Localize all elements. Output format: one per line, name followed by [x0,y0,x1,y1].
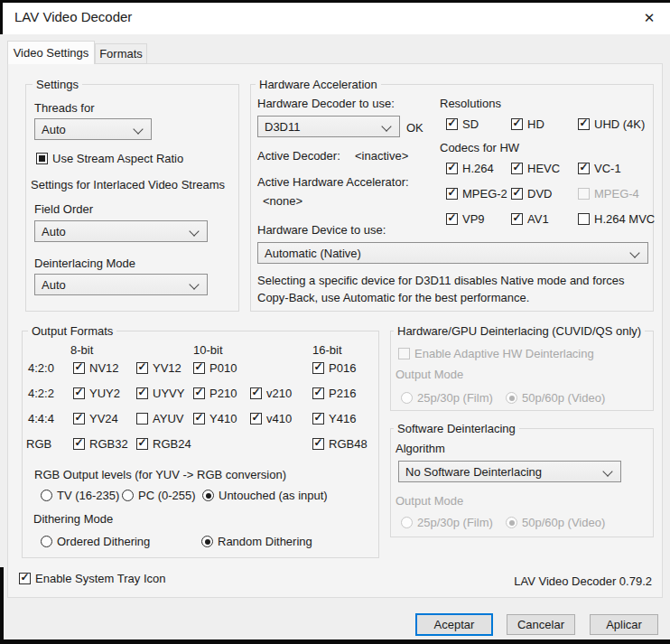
checkbox-icon [511,118,523,130]
active-decoder-value: <inactive> [355,149,408,163]
field-order-select[interactable]: Auto [34,220,208,242]
radio-random-dithering[interactable]: Random Dithering [201,535,312,548]
checkbox-icon [446,188,458,200]
tab-label: Formats [99,47,143,61]
radio-icon [202,490,214,501]
checkbox-icon [511,163,523,174]
checkbox-icon [136,362,148,374]
checkbox-p010[interactable]: P010 [193,361,237,375]
checkbox-uyvy[interactable]: UYVY [136,387,184,400]
checkbox-rgb32[interactable]: RGB32 [73,437,128,451]
version-text: LAV Video Decoder 0.79.2 [514,574,652,588]
dithering-mode-label: Dithering Mode [33,512,113,526]
checkbox-p210[interactable]: P210 [193,387,237,400]
hw-device-select[interactable]: Automatic (Native) [257,242,648,264]
checkbox-av1[interactable]: AV1 [511,212,549,226]
tab-formats[interactable]: Formats [95,43,147,64]
checkbox-p216[interactable]: P216 [312,387,356,400]
active-decoder-label: Active Decoder: [257,149,340,163]
algorithm-value: No Software Deinterlacing [405,465,542,479]
checkbox-label: RGB32 [89,437,128,451]
checkbox-uhd-4k[interactable]: UHD (4K) [578,117,645,131]
radio-label: PC (0-255) [138,489,196,502]
apply-button[interactable]: Aplicar [590,614,658,635]
checkbox-vc1[interactable]: VC-1 [578,162,621,175]
checkbox-yuy2[interactable]: YUY2 [73,387,120,400]
checkbox-mpeg2[interactable]: MPEG-2 [446,187,507,201]
threads-for-select[interactable]: Auto [34,118,152,140]
checkbox-label: VC-1 [594,162,621,175]
tab-video-settings[interactable]: Video Settings [7,41,95,64]
checkbox-sd[interactable]: SD [446,117,479,131]
checkbox-adaptive-hw-deint: Enable Adaptive HW Deinterlacing [398,347,594,360]
checkbox-rgb24[interactable]: RGB24 [136,437,191,451]
checkbox-v210[interactable]: v210 [250,387,292,400]
checkbox-icon [73,387,85,399]
checkbox-y410[interactable]: Y410 [193,412,237,425]
checkbox-yv24[interactable]: YV24 [73,412,118,425]
checkbox-v410[interactable]: v410 [250,412,292,425]
radio-hw-video: 50p/60p (Video) [506,391,605,405]
checkbox-label: Y410 [209,412,237,425]
cancel-button[interactable]: Cancelar [507,614,575,635]
checkbox-icon [136,413,148,425]
checkbox-p016[interactable]: P016 [312,361,356,375]
radio-icon [401,392,413,404]
radio-pc-levels[interactable]: PC (0-255) [122,489,196,502]
tab-label: Video Settings [14,46,89,60]
radio-icon [122,490,134,501]
checkbox-icon [578,213,590,225]
checkbox-h264-mvc[interactable]: H.264 MVC [578,212,655,226]
deinterlacing-mode-label: Deinterlacing Mode [34,257,135,270]
algorithm-select[interactable]: No Software Deinterlacing [398,461,621,482]
field-order-value: Auto [42,225,66,238]
checkbox-icon [578,188,590,200]
checkbox-label: UHD (4K) [594,117,645,131]
hw-decoder-value: D3D11 [265,120,301,134]
hw-decoder-label: Hardware Decoder to use: [257,97,395,110]
use-stream-aspect-ratio-checkbox[interactable]: Use Stream Aspect Ratio [36,152,183,165]
radio-icon [506,517,517,528]
checkbox-label: YV12 [153,361,181,375]
radio-icon [506,392,517,404]
radio-ordered-dithering[interactable]: Ordered Dithering [41,535,150,548]
row-label-422: 4:2:2 [28,387,54,400]
radio-label: 25p/30p (Film) [417,391,493,405]
checkbox-label: v210 [266,387,292,400]
checkbox-icon [19,573,31,584]
resolutions-label: Resolutions [440,97,501,110]
checkbox-nv12[interactable]: NV12 [73,361,119,375]
radio-untouched-levels[interactable]: Untouched (as input) [202,489,328,502]
radio-icon [41,490,52,501]
close-icon[interactable]: ✕ [635,5,664,30]
checkbox-rgb48[interactable]: RGB48 [312,437,368,451]
deinterlacing-mode-select[interactable]: Auto [34,274,208,295]
checkbox-icon [193,362,205,374]
checkbox-y416[interactable]: Y416 [312,412,356,425]
accept-button[interactable]: Aceptar [415,613,493,636]
checkbox-label: YV24 [89,412,118,425]
checkbox-icon [193,387,205,399]
row-label-rgb: RGB [26,437,51,451]
radio-tv-levels[interactable]: TV (16-235) [41,489,119,502]
checkbox-icon [312,362,324,374]
screen-edge-top [0,0,670,3]
checkbox-hevc[interactable]: HEVC [511,162,560,175]
radio-label: Ordered Dithering [57,535,150,548]
checkbox-label: VP9 [462,212,485,226]
checkbox-label: YUY2 [89,387,120,400]
radio-sw-film: 25p/30p (Film) [401,516,493,529]
checkbox-h264[interactable]: H.264 [446,162,494,175]
hw-device-note: Selecting a specific device for D3D11 di… [257,272,658,306]
checkbox-dvd[interactable]: DVD [511,187,552,201]
checkbox-system-tray-icon[interactable]: Enable System Tray Icon [19,572,166,585]
checkbox-label: P210 [209,387,237,400]
checkbox-ayuv[interactable]: AYUV [136,412,183,425]
checkbox-icon [136,438,148,450]
checkbox-yv12[interactable]: YV12 [136,361,181,375]
checkbox-vp9[interactable]: VP9 [446,212,485,226]
radio-icon [401,517,413,528]
hw-decoder-select[interactable]: D3D11 [257,116,400,137]
checkbox-hd[interactable]: HD [511,117,544,131]
checkbox-label: HD [527,117,544,131]
